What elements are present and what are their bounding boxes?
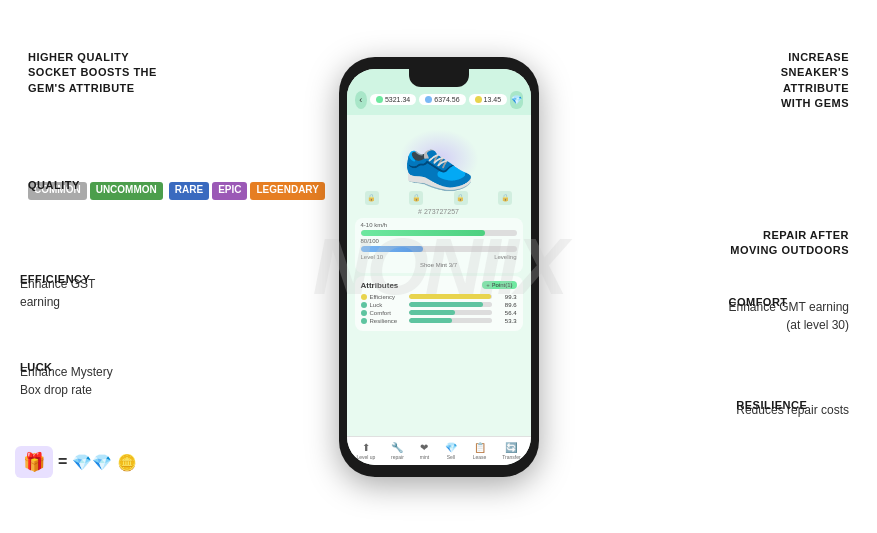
- luck-value: 89.6: [495, 302, 517, 308]
- speed-label-row: 4-10 km/h: [361, 222, 517, 228]
- top-right-annotation: INCREASESNEAKER'SATTRIBUTEWITH GEMS: [781, 50, 849, 112]
- bottom-navigation: ⬆ Level up 🔧 repair ❤ mint 💎 Sell 📋: [347, 436, 531, 465]
- badge-epic: EPIC: [212, 182, 247, 200]
- point-button[interactable]: + Point(1): [482, 281, 516, 289]
- levelup-label: Level up: [356, 454, 375, 460]
- resilience-bar-fill: [409, 318, 453, 323]
- comfort-bar-track: [409, 310, 492, 315]
- resilience-bar-track: [409, 318, 492, 323]
- speed-durability-area: 4-10 km/h 80/100 Level 10 Leveling: [355, 218, 523, 273]
- socket-4[interactable]: 🔒: [498, 191, 512, 205]
- efficiency-bar-fill: [409, 294, 491, 299]
- resilience-label: RESILIENCE: [736, 398, 807, 413]
- comfort-label: COMFORT: [728, 295, 787, 310]
- mint-icon: ❤: [420, 442, 428, 453]
- phone-screen: ‹ 5321.34 6374.56 13.45 💎: [347, 69, 531, 465]
- repair-label: repair: [391, 454, 404, 460]
- comfort-value: 56.4: [495, 310, 517, 316]
- nav-lease[interactable]: 📋 Lease: [473, 442, 487, 460]
- badge-legendary: LEGENDARY: [250, 182, 324, 200]
- luck-bar-track: [409, 302, 492, 307]
- comfort-dot: [361, 310, 367, 316]
- transfer-icon: 🔄: [505, 442, 517, 453]
- mint-label: mint: [420, 454, 429, 460]
- luck-dot: [361, 302, 367, 308]
- attr-row-luck: Luck 89.6: [361, 302, 517, 308]
- comfort-section: COMFORT Enhance GMT earning(at level 30): [728, 295, 849, 334]
- efficiency-value: 99.3: [495, 294, 517, 300]
- socket-2[interactable]: 🔒: [409, 191, 423, 205]
- efficiency-dot: [361, 294, 367, 300]
- coin-icon: 🪙: [117, 453, 137, 472]
- gem-button[interactable]: 💎: [510, 91, 522, 109]
- repair-icon: 🔧: [391, 442, 403, 453]
- currency-3-dot: [475, 96, 482, 103]
- attr-row-comfort: Comfort 56.4: [361, 310, 517, 316]
- phone-container: ‹ 5321.34 6374.56 13.45 💎: [339, 57, 539, 477]
- comfort-attr-name: Comfort: [370, 310, 406, 316]
- luck-attr-name: Luck: [370, 302, 406, 308]
- leveling-label: Leveling: [494, 254, 516, 260]
- equals-sign: =: [58, 453, 67, 471]
- shoe-id-badge: # 273727257: [355, 208, 523, 215]
- currency-1-dot: [376, 96, 383, 103]
- resilience-dot: [361, 318, 367, 324]
- transfer-label: Transfer: [502, 454, 520, 460]
- nav-mint[interactable]: ❤ mint: [420, 442, 429, 460]
- quality-section: QUALITY COMMON UNCOMMON RARE EPIC LEGEND…: [28, 178, 325, 200]
- socket-3[interactable]: 🔒: [454, 191, 468, 205]
- mystery-box-icon: 🎁: [15, 446, 53, 478]
- currency-3-value: 13.45: [484, 96, 502, 103]
- phone-main-content: 👟 🔒 🔒 🔒 🔒 # 273727257 4-10 km/h: [347, 115, 531, 338]
- comfort-bar-fill: [409, 310, 455, 315]
- attributes-header: Attributes + Point(1): [361, 281, 517, 290]
- efficiency-section: EFFICIENCY Enhance GSTearning: [20, 272, 95, 311]
- attr-row-efficiency: Efficiency 99.3: [361, 294, 517, 300]
- level-info-row: Level 10 Leveling: [361, 254, 517, 260]
- efficiency-label: EFFICIENCY: [20, 272, 90, 287]
- attributes-section: Attributes + Point(1) Efficiency 99.3: [355, 276, 523, 331]
- show-mint-label: Shoe Mint 3/7: [361, 262, 517, 268]
- speed-range-label: 4-10 km/h: [361, 222, 388, 228]
- efficiency-bar-track: [409, 294, 492, 299]
- repair-annotation: REPAIR AFTERMOVING OUTDOORS: [730, 228, 849, 259]
- efficiency-attr-name: Efficiency: [370, 294, 406, 300]
- phone-notch: [409, 69, 469, 87]
- attributes-title: Attributes: [361, 281, 399, 290]
- attr-row-resilience: Resilience 53.3: [361, 318, 517, 324]
- socket-1[interactable]: 🔒: [365, 191, 379, 205]
- level-label: Level 10: [361, 254, 384, 260]
- nav-levelup[interactable]: ⬆ Level up: [356, 442, 375, 460]
- lease-icon: 📋: [474, 442, 486, 453]
- currency-2-value: 6374.56: [434, 96, 459, 103]
- badge-uncommon: UNCOMMON: [90, 182, 163, 200]
- shoe-image: 👟: [403, 125, 475, 193]
- durability-fill: [361, 230, 486, 236]
- currency-1-pill: 5321.34: [370, 94, 416, 105]
- sell-label: Sell: [447, 454, 455, 460]
- nav-transfer[interactable]: 🔄 Transfer: [502, 442, 520, 460]
- badge-rare: RARE: [169, 182, 209, 200]
- durability-value: 80/100: [361, 238, 379, 244]
- quality-label: QUALITY: [28, 178, 80, 193]
- currency-2-pill: 6374.56: [419, 94, 465, 105]
- luck-icons-area: 🎁 = 💎💎 🪙: [15, 446, 137, 478]
- resilience-section: RESILIENCE Reduces repair costs: [736, 398, 849, 419]
- back-button[interactable]: ‹: [355, 91, 367, 109]
- luck-bar-fill: [409, 302, 484, 307]
- level-track: [361, 246, 517, 252]
- levelup-icon: ⬆: [362, 442, 370, 453]
- gem-icons: 💎💎: [72, 453, 112, 472]
- luck-label: LUCK: [20, 360, 53, 375]
- lease-label: Lease: [473, 454, 487, 460]
- durability-track: [361, 230, 517, 236]
- level-fill: [361, 246, 423, 252]
- durability-label-row: 80/100: [361, 238, 517, 244]
- nav-repair[interactable]: 🔧 repair: [391, 442, 404, 460]
- currency-2-dot: [425, 96, 432, 103]
- currency-1-value: 5321.34: [385, 96, 410, 103]
- nav-sell[interactable]: 💎 Sell: [445, 442, 457, 460]
- resilience-attr-name: Resilience: [370, 318, 406, 324]
- luck-section: LUCK Enhance MysteryBox drop rate: [20, 360, 113, 399]
- shoe-display-area: 👟: [355, 119, 523, 199]
